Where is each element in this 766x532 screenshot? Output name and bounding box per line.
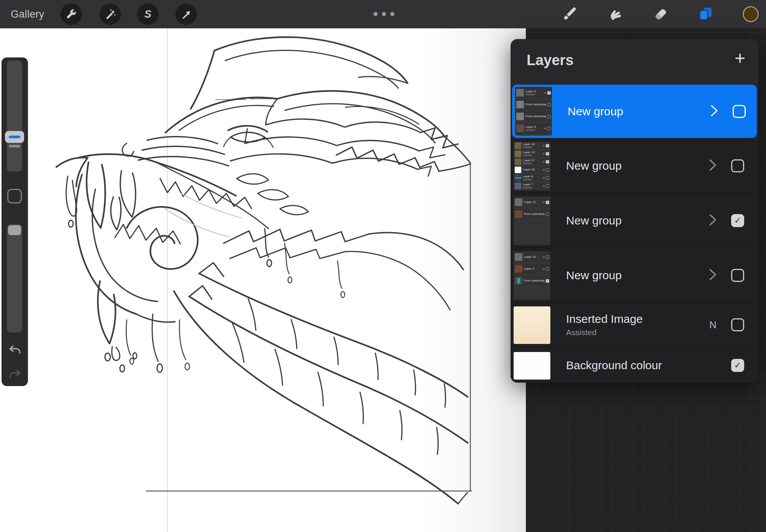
selection-button[interactable]: S xyxy=(137,3,159,25)
sublayer-thumbnail xyxy=(516,101,524,108)
redo-icon xyxy=(8,367,22,381)
group-sublayer: Layer 10N xyxy=(514,251,550,263)
layer-visibility-checkbox[interactable]: ✓ xyxy=(731,214,744,227)
layer-row-inserted-image[interactable]: Inserted ImageAssistedN xyxy=(511,303,758,347)
group-sublayer: Layer 17AssistedN✓ xyxy=(514,158,550,166)
sublayer-name: Layer 18 xyxy=(523,142,535,146)
layer-group-row[interactable]: Layer 3AssistedN✓From selectionNFrom sel… xyxy=(512,85,757,138)
undo-button[interactable] xyxy=(8,343,22,357)
sublayer-visibility-checkbox xyxy=(546,213,549,216)
group-expand-chevron-icon[interactable] xyxy=(709,158,717,174)
sublayer-visibility-checkbox xyxy=(547,115,551,118)
layers-icon xyxy=(697,6,714,23)
sublayer-visibility-checkbox: ✓ xyxy=(547,91,551,95)
sublayer-visibility-checkbox: ✓ xyxy=(546,144,549,147)
layer-row-label: New group xyxy=(566,269,622,282)
group-expand-chevron-icon[interactable] xyxy=(709,213,717,228)
layer-group-row[interactable]: Layer 10NLayer 3NFrom selectionN✓New gro… xyxy=(511,248,758,303)
layer-visibility-checkbox[interactable] xyxy=(733,105,746,118)
actions-button[interactable] xyxy=(61,3,82,25)
svg-text:S: S xyxy=(144,8,151,20)
sublayer-blend-mode: N xyxy=(543,185,545,187)
sublayer-name: From selection xyxy=(524,212,543,216)
sublayer-name: Layer 12 xyxy=(524,200,536,204)
sublayer-thumbnail xyxy=(515,175,521,181)
layers-tool-button[interactable] xyxy=(697,6,714,23)
brush-size-slider[interactable] xyxy=(7,61,22,172)
sublayer-visibility-checkbox xyxy=(547,127,551,130)
sublayer-blend-mode: N xyxy=(543,201,545,204)
sublayer-visibility-checkbox: ✓ xyxy=(546,152,549,156)
layer-row-label: Inserted Image xyxy=(566,313,643,326)
sublayer-visibility-checkbox xyxy=(546,184,549,188)
canvas[interactable] xyxy=(0,28,526,532)
sublayer-blend-mode: N xyxy=(543,144,545,147)
group-sublayer: Layer 7AssistedN xyxy=(514,182,550,190)
brush-size-slider-handle[interactable] xyxy=(5,131,24,143)
layer-thumbnail: Layer 10NLayer 3NFrom selectionN✓ xyxy=(514,251,550,300)
sublayer-thumbnail xyxy=(515,183,521,189)
layer-visibility-checkbox[interactable] xyxy=(731,269,744,282)
add-layer-button[interactable]: + xyxy=(735,49,745,67)
transform-button[interactable] xyxy=(175,3,197,25)
adjustments-button[interactable] xyxy=(100,3,121,25)
layer-visibility-checkbox[interactable]: ✓ xyxy=(731,359,744,372)
smudge-finger-icon xyxy=(607,6,624,23)
layer-thumbnail xyxy=(514,306,550,344)
slider-notch xyxy=(9,145,20,147)
sublayer-name: From selection xyxy=(525,115,544,118)
sublayer-blend-mode: N xyxy=(544,92,546,94)
group-sublayer: Layer 12N✓ xyxy=(514,196,550,208)
modify-button[interactable] xyxy=(7,189,22,203)
sublayer-name: From selection xyxy=(524,279,543,282)
group-expand-chevron-icon[interactable] xyxy=(710,104,719,119)
sublayer-blend-mode: N xyxy=(544,127,546,130)
group-sublayer: Layer 19AssistedN✓ xyxy=(514,150,550,158)
sublayer-thumbnail xyxy=(515,253,522,261)
eraser-tool-button[interactable] xyxy=(652,6,669,23)
sublayer-visibility-checkbox: ✓ xyxy=(546,279,549,283)
sublayer-blend-mode: N xyxy=(543,152,545,155)
layer-visibility-checkbox[interactable] xyxy=(731,318,744,331)
sublayer-visibility-checkbox xyxy=(546,176,549,180)
sublayer-thumbnail xyxy=(515,167,521,173)
sublayer-visibility-checkbox xyxy=(546,168,549,172)
sublayer-subtitle: Assisted xyxy=(525,93,536,96)
brush-icon xyxy=(561,6,578,23)
brush-tool-button[interactable] xyxy=(561,6,578,23)
sublayer-blend-mode: N xyxy=(543,177,545,179)
sublayer-name: Layer 3 xyxy=(525,90,536,93)
layer-visibility-checkbox[interactable] xyxy=(731,159,744,172)
sublayer-subtitle: Assisted xyxy=(523,178,533,181)
layers-panel: Layers + Layer 3AssistedN✓From selection… xyxy=(511,39,758,383)
sublayer-name: Layer 7 xyxy=(523,183,533,186)
sublayer-thumbnail xyxy=(515,265,522,273)
side-toolbar xyxy=(2,57,28,386)
opacity-slider[interactable] xyxy=(7,224,22,332)
smudge-tool-button[interactable] xyxy=(607,6,624,23)
layer-group-row[interactable]: Layer 18AssistedN✓Layer 19AssistedN✓Laye… xyxy=(511,139,758,193)
color-tool-button[interactable] xyxy=(742,6,759,23)
sublayer-thumbnail xyxy=(516,113,524,120)
canvas-options-ellipsis[interactable] xyxy=(373,12,394,16)
group-sublayer: Layer 18AssistedN✓ xyxy=(514,142,550,150)
group-sublayer: Layer 16N xyxy=(514,166,550,174)
sublayer-visibility-checkbox xyxy=(547,103,551,106)
layer-blend-mode[interactable]: N xyxy=(709,319,717,331)
sublayer-thumbnail xyxy=(515,210,522,218)
group-expand-chevron-icon[interactable] xyxy=(709,268,717,283)
sublayer-subtitle: Assisted xyxy=(525,129,536,131)
layer-row-label: New group xyxy=(566,214,622,227)
layer-row-background[interactable]: Background colour✓ xyxy=(511,347,758,383)
redo-button[interactable] xyxy=(8,367,22,381)
sublayer-thumbnail xyxy=(515,198,522,206)
layer-group-row[interactable]: Layer 12N✓From selectionNNew group✓ xyxy=(511,193,758,248)
group-sublayer: Layer 3AssistedN✓ xyxy=(515,87,552,99)
sublayer-subtitle: Assisted xyxy=(523,162,535,165)
sublayer-visibility-checkbox: ✓ xyxy=(546,201,549,204)
layers-panel-title: Layers xyxy=(527,52,574,69)
opacity-slider-handle[interactable] xyxy=(8,225,21,235)
sublayer-name: Layer 17 xyxy=(523,159,535,162)
group-sublayer: From selectionN xyxy=(515,111,552,123)
gallery-button[interactable]: Gallery xyxy=(11,0,44,28)
